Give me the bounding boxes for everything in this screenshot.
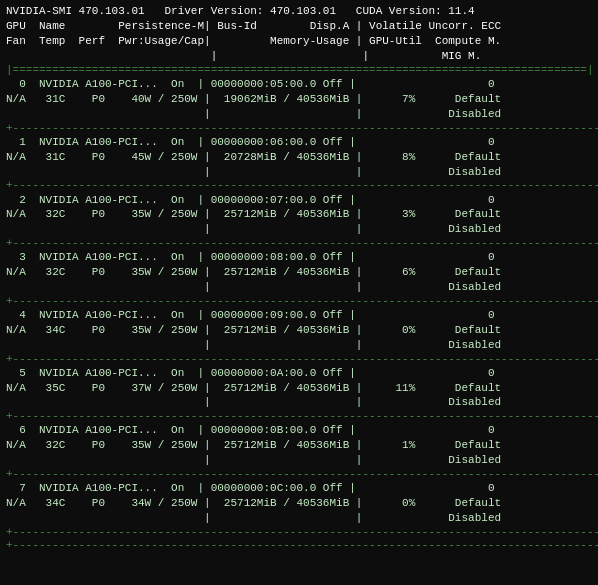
gpu-row-1-2: 2 NVIDIA A100-PCI... On | 00000000:07:00… xyxy=(6,193,592,208)
smi-version-line: NVIDIA-SMI 470.103.01 Driver Version: 47… xyxy=(6,4,592,19)
gpu-separator-2: +---------------------------------------… xyxy=(6,237,592,250)
gpu-block-1: 1 NVIDIA A100-PCI... On | 00000000:06:00… xyxy=(6,135,592,180)
gpu-separator-6: +---------------------------------------… xyxy=(6,468,592,481)
col-header-1: GPU Name Persistence-M| Bus-Id Disp.A | … xyxy=(6,19,592,34)
gpu-block-0: 0 NVIDIA A100-PCI... On | 00000000:05:00… xyxy=(6,77,592,122)
col-header-2: Fan Temp Perf Pwr:Usage/Cap| Memory-Usag… xyxy=(6,34,592,49)
gpu-row-2-0: N/A 31C P0 40W / 250W | 19062MiB / 40536… xyxy=(6,92,592,107)
bottom-separator: +---------------------------------------… xyxy=(6,539,592,552)
gpu-row-3-5: | | Disabled xyxy=(6,395,592,410)
gpu-block-7: 7 NVIDIA A100-PCI... On | 00000000:0C:00… xyxy=(6,481,592,526)
top-separator: |=======================================… xyxy=(6,64,592,77)
gpu-row-1-1: 1 NVIDIA A100-PCI... On | 00000000:06:00… xyxy=(6,135,592,150)
gpu-block-4: 4 NVIDIA A100-PCI... On | 00000000:09:00… xyxy=(6,308,592,353)
gpu-row-2-6: N/A 32C P0 35W / 250W | 25712MiB / 40536… xyxy=(6,438,592,453)
col-header-3: | | MIG M. xyxy=(6,49,592,64)
gpu-blocks-container: 0 NVIDIA A100-PCI... On | 00000000:05:00… xyxy=(6,77,592,539)
gpu-row-2-2: N/A 32C P0 35W / 250W | 25712MiB / 40536… xyxy=(6,207,592,222)
gpu-block-3: 3 NVIDIA A100-PCI... On | 00000000:08:00… xyxy=(6,250,592,295)
gpu-block-5: 5 NVIDIA A100-PCI... On | 00000000:0A:00… xyxy=(6,366,592,411)
gpu-row-2-3: N/A 32C P0 35W / 250W | 25712MiB / 40536… xyxy=(6,265,592,280)
gpu-row-2-7: N/A 34C P0 34W / 250W | 25712MiB / 40536… xyxy=(6,496,592,511)
gpu-row-1-5: 5 NVIDIA A100-PCI... On | 00000000:0A:00… xyxy=(6,366,592,381)
gpu-row-3-1: | | Disabled xyxy=(6,165,592,180)
gpu-row-1-7: 7 NVIDIA A100-PCI... On | 00000000:0C:00… xyxy=(6,481,592,496)
gpu-row-1-0: 0 NVIDIA A100-PCI... On | 00000000:05:00… xyxy=(6,77,592,92)
gpu-separator-0: +---------------------------------------… xyxy=(6,122,592,135)
gpu-row-2-4: N/A 34C P0 35W / 250W | 25712MiB / 40536… xyxy=(6,323,592,338)
gpu-block-2: 2 NVIDIA A100-PCI... On | 00000000:07:00… xyxy=(6,193,592,238)
gpu-row-2-5: N/A 35C P0 37W / 250W | 25712MiB / 40536… xyxy=(6,381,592,396)
gpu-row-3-2: | | Disabled xyxy=(6,222,592,237)
gpu-row-3-3: | | Disabled xyxy=(6,280,592,295)
gpu-row-3-0: | | Disabled xyxy=(6,107,592,122)
gpu-separator-1: +---------------------------------------… xyxy=(6,179,592,192)
gpu-row-3-6: | | Disabled xyxy=(6,453,592,468)
gpu-row-1-4: 4 NVIDIA A100-PCI... On | 00000000:09:00… xyxy=(6,308,592,323)
gpu-row-2-1: N/A 31C P0 45W / 250W | 20728MiB / 40536… xyxy=(6,150,592,165)
gpu-row-3-4: | | Disabled xyxy=(6,338,592,353)
gpu-separator-5: +---------------------------------------… xyxy=(6,410,592,423)
gpu-separator-7: +---------------------------------------… xyxy=(6,526,592,539)
gpu-row-1-6: 6 NVIDIA A100-PCI... On | 00000000:0B:00… xyxy=(6,423,592,438)
gpu-separator-3: +---------------------------------------… xyxy=(6,295,592,308)
gpu-row-3-7: | | Disabled xyxy=(6,511,592,526)
terminal-window: NVIDIA-SMI 470.103.01 Driver Version: 47… xyxy=(0,0,598,585)
gpu-row-1-3: 3 NVIDIA A100-PCI... On | 00000000:08:00… xyxy=(6,250,592,265)
gpu-block-6: 6 NVIDIA A100-PCI... On | 00000000:0B:00… xyxy=(6,423,592,468)
gpu-separator-4: +---------------------------------------… xyxy=(6,353,592,366)
